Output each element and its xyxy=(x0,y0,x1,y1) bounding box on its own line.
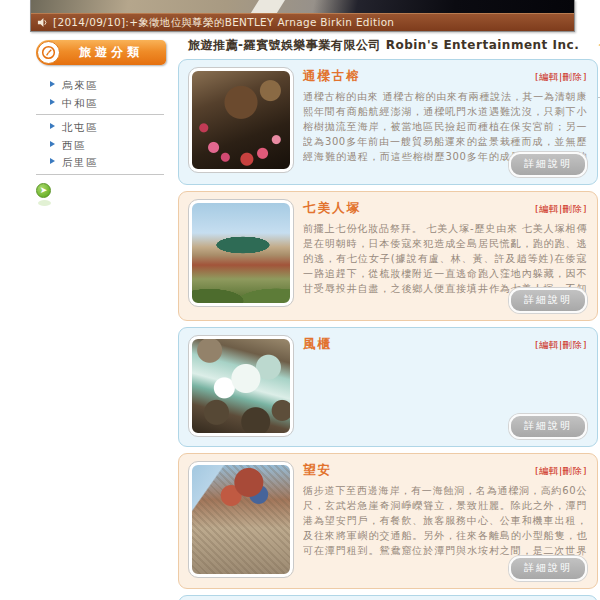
spot-card: 七美人塚 [編輯|刪除] 前擺上七份化妝品祭拜。 七美人塚-歷史由來 七美人塚相… xyxy=(178,191,598,321)
edit-delete-links[interactable]: [編輯|刪除] xyxy=(535,465,587,478)
sidebar-subitem[interactable]: 烏來區 xyxy=(36,76,164,94)
qimei-tomb-photo[interactable] xyxy=(189,200,293,306)
detail-button[interactable]: 詳細說明 xyxy=(509,414,587,439)
detail-button[interactable]: 詳細說明 xyxy=(509,152,587,177)
edit-delete-links[interactable]: [編輯|刪除] xyxy=(535,339,587,352)
road-stripe xyxy=(247,0,285,13)
edit-delete-links[interactable]: [編輯|刪除] xyxy=(535,71,587,84)
detail-button[interactable]: 詳細說明 xyxy=(509,288,587,313)
section-header: 旅遊推薦-羅賓號娛樂事業有限公司 Robin's Entertainment I… xyxy=(178,36,598,54)
bullet-icon xyxy=(50,123,55,129)
sidebar-title: 旅遊分類 xyxy=(60,44,166,61)
page: [2014/09/10]:+象徵地位與尊榮的BENTLEY Arnage Bir… xyxy=(0,0,600,600)
sidebar: 旅遊分類 基隆景點 台北景點 烏來區 中和區 桃園景點 新竹景點 苗栗景點 台中… xyxy=(36,40,172,206)
green-widget-shadow xyxy=(38,200,51,206)
sidebar-subitem[interactable]: 北屯區 xyxy=(36,118,164,136)
top-banner: [2014/09/10]:+象徵地位與尊榮的BENTLEY Arnage Bir… xyxy=(30,0,575,32)
tongliang-banyan-photo[interactable] xyxy=(189,68,293,172)
spot-title[interactable]: 七美人塚 xyxy=(303,200,361,217)
bullet-icon xyxy=(50,141,55,147)
sidebar-subitem[interactable]: 后里區 xyxy=(36,153,164,175)
compass-icon xyxy=(37,41,60,64)
page-title: 旅遊推薦-羅賓號娛樂事業有限公司 Robin's Entertainment I… xyxy=(188,37,579,54)
spot-list: 通樑古榕 [編輯|刪除] 通樑古榕的由來 通樑古榕的由來有兩種說法，其一為清朝康… xyxy=(178,59,598,600)
spot-title[interactable]: 風櫃 xyxy=(303,336,332,353)
spot-card: 風櫃 [編輯|刪除] 詳細說明 xyxy=(178,327,598,447)
spot-description: 前擺上七份化妝品祭拜。 七美人塚-歷史由來 七美人塚相傳是在明朝時，日本倭寇來犯… xyxy=(303,221,587,296)
wangan-house-photo[interactable] xyxy=(189,462,293,577)
detail-button[interactable]: 詳細說明 xyxy=(509,556,587,581)
spot-card: 通樑古榕 [編輯|刪除] 通樑古榕的由來 通樑古榕的由來有兩種說法，其一為清朝康… xyxy=(178,59,598,185)
bentley-car-photo xyxy=(31,0,574,13)
green-widget-icon[interactable]: ➤ xyxy=(36,183,52,206)
bullet-icon xyxy=(50,158,55,164)
bullet-icon xyxy=(50,99,55,105)
edit-delete-links[interactable]: [編輯|刪除] xyxy=(535,203,587,216)
sidebar-header: 旅遊分類 xyxy=(36,40,166,65)
bullet-icon xyxy=(50,81,55,87)
spot-card: 望安 [編輯|刪除] 循步道下至西邊海岸，有一海蝕洞，名為通樑洞，高約60公尺，… xyxy=(178,453,598,589)
spot-description: 循步道下至西邊海岸，有一海蝕洞，名為通樑洞，高約60公尺，玄武岩急崖奇洞崢嶸聳立… xyxy=(303,483,587,558)
main-content: 旅遊推薦-羅賓號娛樂事業有限公司 Robin's Entertainment I… xyxy=(178,36,598,600)
category-menu: 基隆景點 台北景點 烏來區 中和區 桃園景點 新竹景點 苗栗景點 台中景點 北屯… xyxy=(36,76,164,175)
fenggui-coast-photo[interactable] xyxy=(189,336,293,436)
news-marquee[interactable]: [2014/09/10]:+象徵地位與尊榮的BENTLEY Arnage Bir… xyxy=(31,13,574,31)
sidebar-subitem[interactable]: 西區 xyxy=(36,136,164,154)
sidebar-subitem[interactable]: 中和區 xyxy=(36,94,164,116)
spot-title[interactable]: 通樑古榕 xyxy=(303,68,361,85)
spot-card-clipped xyxy=(178,595,598,600)
speaker-icon xyxy=(37,17,48,28)
news-text[interactable]: [2014/09/10]:+象徵地位與尊榮的BENTLEY Arnage Bir… xyxy=(53,16,394,30)
spot-title[interactable]: 望安 xyxy=(303,462,332,479)
